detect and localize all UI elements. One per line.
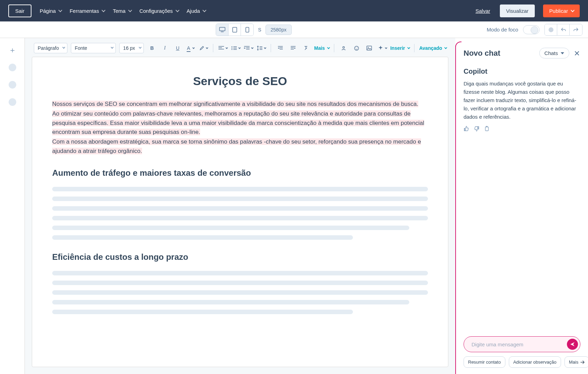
nav-theme-label: Tema (113, 8, 125, 14)
thumbs-up-button[interactable] (464, 126, 469, 131)
insert-dropdown[interactable]: Inserir (390, 45, 409, 51)
indent-button[interactable] (244, 43, 253, 53)
emoji-button[interactable] (352, 43, 361, 53)
font-family-dropdown[interactable]: Fonte (71, 43, 116, 53)
bold-icon: B (150, 45, 154, 51)
save-link[interactable]: Salvar (476, 8, 491, 14)
chevron-down-icon (139, 46, 142, 48)
more-dropdown[interactable]: Mais (314, 45, 329, 51)
paragraph-style-dropdown[interactable]: Parágrafo (34, 43, 67, 53)
chip-summarize[interactable]: Resumir contato (464, 356, 505, 368)
chevron-down-icon (176, 8, 179, 12)
rail-item-1[interactable] (9, 64, 16, 71)
document-title: Serviços de SEO (52, 74, 428, 88)
indent-icon (244, 46, 250, 50)
breakpoint-group (544, 24, 582, 36)
nav-help-label: Ajuda (187, 8, 200, 14)
rail-item-3[interactable] (9, 98, 16, 106)
highlight-icon (199, 46, 204, 51)
text-color-button[interactable]: A (186, 43, 195, 53)
copilot-message-field[interactable] (464, 336, 580, 352)
nav-tools[interactable]: Ferramentas (69, 8, 104, 14)
chevron-down-icon (385, 46, 387, 49)
copy-button[interactable] (484, 126, 489, 131)
svg-point-3 (231, 46, 232, 47)
viewport-width-chip[interactable]: 2580px (265, 25, 292, 35)
breakpoint-indicator-button[interactable] (545, 24, 557, 35)
preview-button[interactable]: Visualizar (500, 4, 535, 17)
chevron-down-icon (327, 46, 330, 49)
chevron-down-icon (238, 46, 241, 49)
send-icon (570, 342, 575, 347)
focus-mode-toggle[interactable] (523, 25, 540, 34)
nav-page[interactable]: Página (40, 8, 62, 14)
device-desktop-button[interactable] (216, 24, 228, 36)
undo-button[interactable] (557, 24, 570, 35)
device-tablet-button[interactable] (228, 24, 241, 36)
indent-right-button[interactable] (289, 43, 298, 53)
line-height-icon (257, 46, 262, 51)
bullet-list-button[interactable] (231, 43, 240, 53)
copilot-message-input[interactable] (471, 341, 563, 348)
highlighted-text: Ao otimizar seu conteúdo com palavras-ch… (52, 110, 424, 135)
highlighted-text: Com a nossa abordagem estratégica, sua m… (52, 138, 421, 154)
line-height-button[interactable] (256, 43, 266, 53)
copilot-panel: Novo chat Chats Copilot Diga quais mudan… (455, 42, 588, 374)
underline-button[interactable]: U (173, 43, 182, 53)
advanced-dropdown[interactable]: Avançado (419, 45, 446, 51)
ai-button[interactable] (377, 43, 387, 53)
svg-rect-1 (233, 27, 237, 32)
skeleton-line (52, 226, 409, 230)
highlighted-text: Nossos serviços de SEO se concentram em … (52, 101, 418, 107)
triangle-down-icon (561, 52, 564, 54)
svg-rect-2 (246, 27, 249, 32)
font-size-dropdown[interactable]: 16 px (119, 43, 144, 53)
align-button[interactable] (218, 43, 227, 53)
chevron-down-icon (111, 46, 114, 48)
chevron-down-icon (102, 8, 105, 12)
more-label: Mais (314, 45, 325, 51)
nav-help[interactable]: Ajuda (187, 8, 205, 14)
placeholder-block (52, 271, 428, 314)
skeleton-line (52, 206, 428, 211)
viewport-size-code: S (258, 27, 261, 33)
clear-format-icon (304, 46, 308, 51)
left-rail: ＋ (0, 38, 25, 374)
publish-button[interactable]: Publicar (543, 4, 580, 17)
rail-item-2[interactable] (9, 81, 16, 89)
copilot-intro-text: Diga quais mudanças você gostaria que eu… (464, 80, 580, 121)
chip-add-note[interactable]: Adicionar observação (509, 356, 561, 368)
copilot-body: Copilot Diga quais mudanças você gostari… (456, 62, 588, 336)
bullet-list-icon (231, 46, 237, 50)
copilot-input-area: Resumir contato Adicionar observação Mai… (456, 336, 588, 374)
outdent-button[interactable] (276, 43, 285, 53)
chip-more[interactable]: Mais (564, 356, 588, 368)
chevron-down-icon (63, 46, 65, 48)
personalize-icon (341, 46, 346, 51)
svg-point-7 (354, 46, 358, 50)
chats-dropdown[interactable]: Chats (539, 48, 569, 58)
device-mobile-button[interactable] (241, 24, 253, 36)
redo-button[interactable] (570, 24, 582, 35)
indent-right-icon (291, 46, 296, 50)
svg-rect-10 (367, 46, 372, 50)
nav-settings[interactable]: Configurações (139, 8, 178, 14)
nav-theme[interactable]: Tema (113, 8, 131, 14)
add-module-button[interactable]: ＋ (9, 46, 16, 54)
editor-canvas[interactable]: Serviços de SEO Nossos serviços de SEO s… (32, 57, 448, 367)
svg-point-4 (231, 48, 232, 49)
thumbs-down-button[interactable] (474, 126, 479, 131)
send-button[interactable] (567, 339, 578, 350)
italic-button[interactable]: I (160, 43, 169, 53)
emoji-icon (354, 46, 359, 51)
highlight-color-button[interactable] (199, 43, 208, 53)
advanced-label: Avançado (419, 45, 442, 51)
image-button[interactable] (365, 43, 374, 53)
chevron-down-icon (407, 46, 410, 49)
personalize-button[interactable] (339, 43, 348, 53)
close-panel-button[interactable] (573, 49, 581, 57)
exit-button[interactable]: Sair (8, 4, 31, 17)
clear-format-button[interactable] (301, 43, 311, 53)
separator (213, 44, 213, 52)
bold-button[interactable]: B (147, 43, 157, 53)
